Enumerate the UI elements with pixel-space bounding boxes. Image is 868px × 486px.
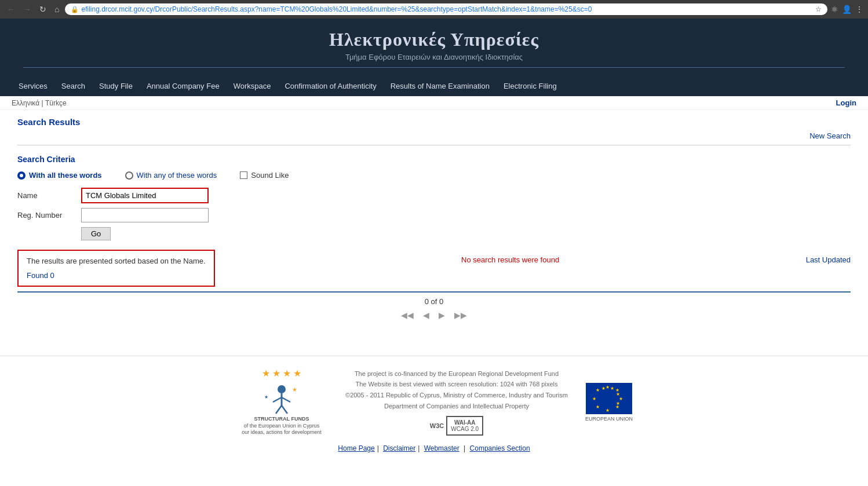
no-results-message: No search results were found [215,250,806,264]
header-divider [23,67,845,68]
results-sort-text: The results are presented sorted based o… [27,257,206,265]
star-3: ★ [283,368,291,379]
found-text: Found 0 [27,271,206,280]
reg-number-input[interactable] [81,208,209,222]
eu-flag: ★ ★ ★ ★ ★ ★ ★ ★ ★ ★ ★ ★ [586,383,632,414]
radio-all-words-label: With all these words [29,171,102,180]
reg-number-label: Reg. Number [17,211,75,220]
star-4: ★ [293,368,301,379]
address-text: efiling.drcor.mcit.gov.cy/DrcorPublic/Se… [81,5,813,13]
search-results-title: Search Results [17,117,851,127]
menu-icon[interactable]: ⋮ [855,5,863,14]
star-1: ★ [262,368,270,379]
login-link[interactable]: Login [836,98,856,107]
name-input[interactable] [81,188,209,203]
svg-text:★: ★ [605,408,609,413]
nav-item-workspace[interactable]: Workspace [227,79,278,93]
svg-line-4 [276,405,282,414]
nav-item-study-file[interactable]: Study File [92,79,140,93]
footer-line4: Department of Companies and Intellectual… [345,401,568,412]
radio-any-words[interactable]: With any of these words [125,171,217,180]
checkbox-sound-like[interactable]: Sound Like [240,171,289,180]
svg-text:★: ★ [292,386,297,393]
footer: ★ ★ ★ ★ ★ ★ STRUCTURAL FUNDS of the E [0,356,868,464]
profile-icon[interactable]: 👤 [842,5,852,14]
prev-page-button[interactable]: ◀ [421,309,432,321]
svg-line-5 [282,405,287,414]
go-button[interactable]: Go [81,227,111,240]
star-2: ★ [272,368,280,379]
next-page-button[interactable]: ▶ [436,309,447,321]
nav-item-electronic-filing[interactable]: Electronic Filing [497,79,564,93]
results-box: The results are presented sorted based o… [17,250,215,287]
sf-line3: our ideas, actions for development [242,429,322,435]
nav-item-search[interactable]: Search [54,79,92,93]
svg-text:★: ★ [595,404,599,410]
divider-line [17,145,851,145]
nav-item-services[interactable]: Services [12,79,54,93]
browser-chrome: ← → ↻ ⌂ 🔒 efiling.drcor.mcit.gov.cy/Drco… [0,0,868,19]
checkbox-sound-like-label: Sound Like [251,171,289,180]
site-title: Ηλεκτρονικές Υπηρεσίες [0,29,868,50]
last-page-button[interactable]: ▶▶ [452,309,469,321]
bookmark-icon[interactable]: ☆ [815,5,822,13]
new-search-link[interactable]: New Search [809,131,851,140]
radio-all-words[interactable]: With all these words [17,171,102,180]
name-label: Name [17,191,75,200]
search-criteria-title: Search Criteria [17,155,851,164]
greek-link[interactable]: Ελληνικά [12,99,39,107]
refresh-button[interactable]: ↻ [37,3,49,15]
webmaster-link[interactable]: Webmaster [424,444,459,452]
name-row: Name [17,188,851,203]
site-subtitle: Τμήμα Εφόρου Εταιρειών και Διανοητικής Ι… [0,53,868,61]
wcag-line1: WAI-AA [451,419,479,426]
nav-item-annual-fee[interactable]: Annual Company Fee [140,79,227,93]
back-button[interactable]: ← [5,3,17,15]
eu-label: EUROPEAN UNION [585,416,633,422]
address-bar[interactable]: 🔒 efiling.drcor.mcit.gov.cy/DrcorPublic/… [65,3,827,15]
home-button[interactable]: ⌂ [52,3,61,15]
radio-empty-icon [125,171,133,180]
main-nav: Services Search Study File Annual Compan… [0,76,868,96]
pagination-controls: ◀◀ ◀ ▶ ▶▶ [17,309,851,321]
svg-text:★: ★ [610,386,614,391]
lang-links: Ελληνικά | Türkçe [12,99,67,107]
lock-icon: 🔒 [71,6,79,13]
radio-options: With all these words With any of these w… [17,171,851,180]
pagination-info: 0 of 0 [17,297,851,306]
footer-logos: ★ ★ ★ ★ ★ ★ STRUCTURAL FUNDS of the E [17,368,851,436]
footer-text: The project is co-financed by the Europe… [345,368,568,412]
eu-container: ★ ★ ★ ★ ★ ★ ★ ★ ★ ★ ★ ★ EUROPEAN UNION [585,383,633,422]
svg-line-2 [273,397,282,402]
svg-text:★: ★ [264,394,268,400]
forward-button[interactable]: → [21,3,34,15]
svg-point-0 [278,385,286,393]
nav-item-confirmation[interactable]: Confirmation of Authenticity [278,79,383,93]
w3c-label: W3C [430,422,444,429]
extensions-icon[interactable]: ⚛ [831,5,838,14]
blue-divider [17,291,851,293]
first-page-button[interactable]: ◀◀ [399,309,416,321]
wcag-line2: WCAG 2.0 [451,426,479,432]
last-updated-link[interactable]: Last Updated [806,250,851,264]
svg-text:★: ★ [615,392,619,397]
found-label: Found [27,271,48,280]
sf-figure-svg: ★ ★ [258,381,305,416]
nav-item-results-name[interactable]: Results of Name Examination [384,79,497,93]
disclaimer-link[interactable]: Disclaimer [383,444,415,452]
svg-text:★: ★ [592,396,596,401]
new-search-row: New Search [17,131,851,140]
eu-flag-svg: ★ ★ ★ ★ ★ ★ ★ ★ ★ ★ ★ ★ [586,383,632,414]
found-count: 0 [50,271,54,280]
radio-filled-icon [17,171,25,180]
wcag-badge: WAI-AA WCAG 2.0 [446,416,483,436]
radio-any-words-label: With any of these words [137,171,217,180]
footer-line2: The Website is best viewed with screen r… [345,379,568,390]
home-page-link[interactable]: Home Page [338,444,374,452]
companies-section-link[interactable]: Companies Section [470,444,530,452]
turkish-link[interactable]: Türkçe [45,99,67,107]
svg-text:★: ★ [595,388,599,393]
lang-bar: Ελληνικά | Türkçe Login [0,96,868,110]
footer-line3: ©2005 - 2011 Republic of Cyprus, Ministr… [345,390,568,401]
svg-line-3 [282,397,290,402]
